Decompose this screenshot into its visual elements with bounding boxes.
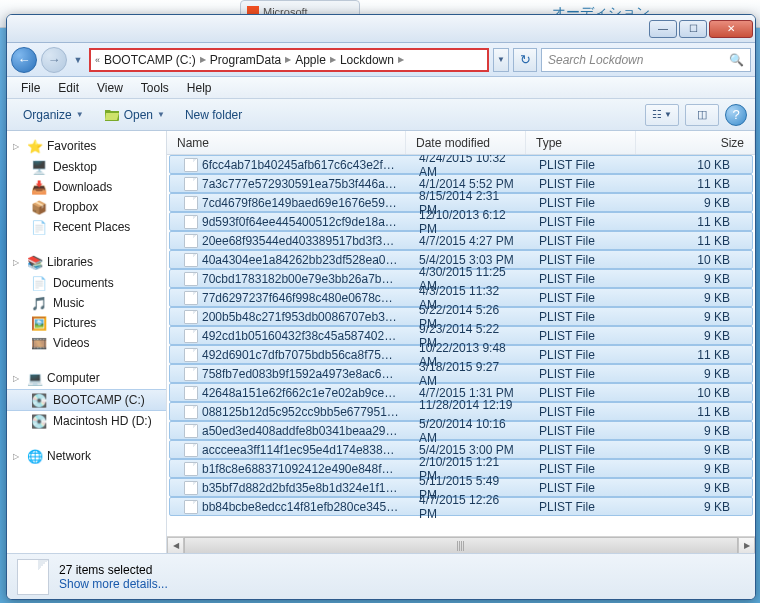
file-icon bbox=[184, 386, 198, 400]
table-row[interactable]: a50ed3ed408addfe8b0341beaa29c9d17f1...5/… bbox=[169, 421, 753, 440]
new-folder-button[interactable]: New folder bbox=[177, 105, 250, 125]
horizontal-scrollbar[interactable]: ◀ ▶ bbox=[167, 536, 755, 553]
file-size: 11 KB bbox=[639, 177, 752, 191]
sidebar-item-pictures[interactable]: 🖼️Pictures bbox=[7, 313, 166, 333]
file-name: 9d593f0f64ee445400512cf9de18a5f2abeec... bbox=[202, 215, 399, 229]
file-size: 9 KB bbox=[639, 272, 752, 286]
file-name: 758fb7ed083b9f1592a4973e8ac67228d2e8... bbox=[202, 367, 399, 381]
sidebar-item-dropbox[interactable]: 📦Dropbox bbox=[7, 197, 166, 217]
file-name: bb84bcbe8edcc14f81efb280ce34506d9b0... bbox=[202, 500, 399, 514]
navigation-pane[interactable]: ▷ ⭐ Favorites 🖥️Desktop 📥Downloads 📦Drop… bbox=[7, 131, 167, 553]
menu-view[interactable]: View bbox=[89, 79, 131, 97]
address-bar[interactable]: « BOOTCAMP (C:) ▶ ProgramData ▶ Apple ▶ … bbox=[89, 48, 489, 72]
show-more-details-link[interactable]: Show more details... bbox=[59, 577, 168, 591]
file-name: b35bf7d882d2bfd35e8b1d324e1f1a69643... bbox=[202, 481, 399, 495]
col-date[interactable]: Date modified bbox=[406, 131, 526, 154]
file-name: 20ee68f93544ed403389517bd3f31243d25b... bbox=[202, 234, 399, 248]
collapse-icon: ▷ bbox=[13, 452, 23, 461]
breadcrumb-seg-2[interactable]: Apple bbox=[293, 53, 328, 67]
file-size: 9 KB bbox=[639, 481, 752, 495]
sidebar-item-recent-places[interactable]: 📄Recent Places bbox=[7, 217, 166, 237]
organize-button[interactable]: Organize ▼ bbox=[15, 105, 92, 125]
sidebar-item-videos[interactable]: 🎞️Videos bbox=[7, 333, 166, 353]
scroll-right-button[interactable]: ▶ bbox=[738, 537, 755, 553]
search-input[interactable]: Search Lockdown 🔍 bbox=[541, 48, 751, 72]
recent-icon: 📄 bbox=[31, 219, 47, 235]
sidebar-item-documents[interactable]: 📄Documents bbox=[7, 273, 166, 293]
file-size: 9 KB bbox=[639, 443, 752, 457]
file-icon bbox=[184, 405, 198, 419]
maximize-button[interactable]: ☐ bbox=[679, 20, 707, 38]
file-size: 9 KB bbox=[639, 424, 752, 438]
collapse-icon: ▷ bbox=[13, 258, 23, 267]
menu-edit[interactable]: Edit bbox=[50, 79, 87, 97]
file-name: 492d6901c7dfb7075bdb56ca8f75b3a2e04... bbox=[202, 348, 399, 362]
table-row[interactable]: 6fcc4ab71b40245afb617c6c43e2f2e19c75...4… bbox=[169, 155, 753, 174]
sidebar-item-desktop[interactable]: 🖥️Desktop bbox=[7, 157, 166, 177]
arrow-right-icon: → bbox=[48, 52, 61, 67]
col-type[interactable]: Type bbox=[526, 131, 636, 154]
col-size[interactable]: Size bbox=[636, 131, 755, 154]
table-row[interactable]: 9d593f0f64ee445400512cf9de18a5f2abeec...… bbox=[169, 212, 753, 231]
open-folder-icon bbox=[104, 107, 120, 123]
file-icon bbox=[184, 196, 198, 210]
sidebar-item-bootcamp[interactable]: 💽BOOTCAMP (C:) bbox=[7, 389, 166, 411]
music-icon: 🎵 bbox=[31, 295, 47, 311]
file-type: PLIST File bbox=[529, 348, 639, 362]
file-type: PLIST File bbox=[529, 196, 639, 210]
sidebar-head-network[interactable]: ▷ 🌐 Network bbox=[7, 445, 166, 467]
sidebar-head-libraries[interactable]: ▷ 📚 Libraries bbox=[7, 251, 166, 273]
back-button[interactable]: ← bbox=[11, 47, 37, 73]
scroll-thumb[interactable] bbox=[184, 537, 738, 553]
file-name: 70cbd1783182b00e79e3bb26a7be5ba980... bbox=[202, 272, 399, 286]
collapse-icon: ▷ bbox=[13, 142, 23, 151]
star-icon: ⭐ bbox=[27, 138, 43, 154]
open-label: Open bbox=[124, 108, 153, 122]
menu-help[interactable]: Help bbox=[179, 79, 220, 97]
sidebar-item-music[interactable]: 🎵Music bbox=[7, 293, 166, 313]
file-date: 5/20/2014 10:16 AM bbox=[409, 417, 529, 445]
table-row[interactable]: 20ee68f93544ed403389517bd3f31243d25b...4… bbox=[169, 231, 753, 250]
close-button[interactable]: ✕ bbox=[709, 20, 753, 38]
refresh-button[interactable]: ↻ bbox=[513, 48, 537, 72]
sidebar-head-computer[interactable]: ▷ 💻 Computer bbox=[7, 367, 166, 389]
breadcrumb-seg-0[interactable]: BOOTCAMP (C:) bbox=[102, 53, 198, 67]
table-row[interactable]: 758fb7ed083b9f1592a4973e8ac67228d2e8...3… bbox=[169, 364, 753, 383]
file-list[interactable]: 6fcc4ab71b40245afb617c6c43e2f2e19c75...4… bbox=[167, 155, 755, 536]
preview-pane-button[interactable]: ◫ bbox=[685, 104, 719, 126]
file-size: 9 KB bbox=[639, 310, 752, 324]
file-date: 12/10/2013 6:12 PM bbox=[409, 208, 529, 236]
videos-icon: 🎞️ bbox=[31, 335, 47, 351]
sidebar-group-libraries: ▷ 📚 Libraries 📄Documents 🎵Music 🖼️Pictur… bbox=[7, 251, 166, 353]
table-row[interactable]: bb84bcbe8edcc14f81efb280ce34506d9b0...4/… bbox=[169, 497, 753, 516]
toolbar: Organize ▼ Open ▼ New folder ☷▼ ◫ ? bbox=[7, 99, 755, 131]
help-button[interactable]: ? bbox=[725, 104, 747, 126]
file-name: 088125b12d5c952cc9bb5e6779517a009... bbox=[202, 405, 399, 419]
scroll-left-button[interactable]: ◀ bbox=[167, 537, 184, 553]
views-button[interactable]: ☷▼ bbox=[645, 104, 679, 126]
menu-tools[interactable]: Tools bbox=[133, 79, 177, 97]
breadcrumb-seg-3[interactable]: Lockdown bbox=[338, 53, 396, 67]
sidebar-item-downloads[interactable]: 📥Downloads bbox=[7, 177, 166, 197]
menu-file[interactable]: File bbox=[13, 79, 48, 97]
file-name: 7cd4679f86e149baed69e1676e5924fc8110... bbox=[202, 196, 399, 210]
open-button[interactable]: Open ▼ bbox=[96, 104, 173, 126]
file-thumb-icon bbox=[17, 559, 49, 595]
refresh-icon: ↻ bbox=[520, 52, 531, 67]
address-dropdown[interactable]: ▼ bbox=[493, 48, 509, 72]
file-pane: Name Date modified Type Size 6fcc4ab71b4… bbox=[167, 131, 755, 553]
forward-button[interactable]: → bbox=[41, 47, 67, 73]
file-name: 7a3c777e572930591ea75b3f446a355a1769... bbox=[202, 177, 399, 191]
sidebar-item-macintosh-hd[interactable]: 💽Macintosh HD (D:) bbox=[7, 411, 166, 431]
file-icon bbox=[184, 424, 198, 438]
file-type: PLIST File bbox=[529, 481, 639, 495]
sidebar-head-favorites[interactable]: ▷ ⭐ Favorites bbox=[7, 135, 166, 157]
file-type: PLIST File bbox=[529, 215, 639, 229]
chevron-right-icon: ▶ bbox=[398, 55, 404, 64]
col-name[interactable]: Name bbox=[167, 131, 406, 154]
minimize-button[interactable]: — bbox=[649, 20, 677, 38]
breadcrumb-seg-1[interactable]: ProgramData bbox=[208, 53, 283, 67]
network-icon: 🌐 bbox=[27, 448, 43, 464]
file-type: PLIST File bbox=[529, 291, 639, 305]
nav-history-dropdown[interactable]: ▼ bbox=[71, 49, 85, 71]
